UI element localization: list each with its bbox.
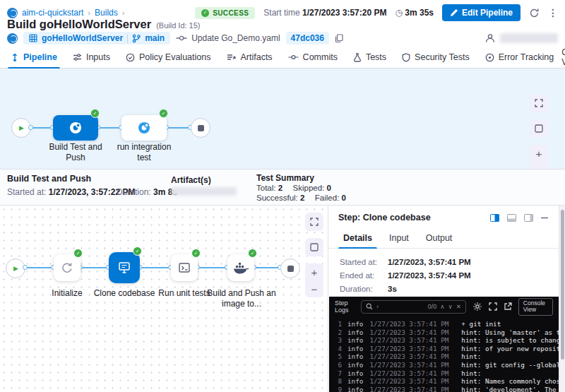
zoom-out-button[interactable]: − [305, 280, 323, 297]
console-view-button[interactable]: Console View [518, 298, 553, 316]
tab-commits[interactable]: Commits [280, 47, 345, 68]
search-prompt: › [376, 303, 379, 310]
repo-branch-pill[interactable]: goHelloWorldServer main [23, 32, 170, 44]
step-label: Initialize [39, 288, 95, 299]
docker-icon [232, 261, 249, 275]
selection-mode-button[interactable] [530, 119, 548, 138]
artifacts-label: Artifact(s) [171, 175, 211, 185]
copy-sha-button[interactable] [335, 34, 343, 43]
step-node-run-unit-tests[interactable] [171, 254, 198, 281]
breadcrumb: aim-ci-quickstart › Builds › [7, 8, 124, 18]
open-in-new-button[interactable] [504, 302, 512, 311]
tab-error-tracking[interactable]: Error Tracking [477, 47, 562, 68]
panel-bottom-icon [507, 214, 516, 222]
clock-icon: ◷ [395, 8, 402, 18]
zoom-in-button[interactable]: + [530, 145, 548, 162]
log-search-input[interactable]: › 0/0 ∧ ∨ ✕ [361, 300, 466, 314]
layout-bottom-button[interactable] [507, 214, 516, 222]
stage-end-node[interactable] [280, 259, 300, 278]
initialize-icon [60, 261, 74, 275]
search-clear-icon[interactable]: ✕ [456, 303, 461, 310]
branch-name[interactable]: main [145, 33, 165, 43]
tab-output[interactable]: Output [418, 228, 460, 248]
minimize-panel-button[interactable] [541, 217, 548, 219]
tab-policy-evaluations[interactable]: Policy Evaluations [118, 47, 218, 68]
gear-icon [472, 302, 482, 311]
split-right-icon [490, 214, 499, 222]
stage-graph-canvas: ▶ ✓ ✓ Build Test and Push run integratio… [0, 69, 565, 169]
status-badge: ✓ SUCCESS [195, 7, 255, 19]
stage-duration: Duration: 3m 8s [117, 187, 177, 197]
log-fullscreen-button[interactable] [489, 302, 497, 311]
stage-node-run-integration-test[interactable] [121, 115, 167, 141]
stop-icon [198, 125, 204, 131]
harness-logo-icon [7, 8, 18, 18]
security-tests-icon [402, 53, 410, 62]
tab-artifacts[interactable]: Artifacts [218, 47, 280, 68]
repo-icon [29, 34, 37, 42]
edge [140, 267, 171, 268]
step-success-icon: ✓ [191, 249, 201, 258]
step-node-initialize[interactable] [54, 254, 81, 281]
user-name-redacted [500, 33, 558, 43]
branch-icon [132, 34, 141, 43]
copy-icon [335, 34, 343, 43]
edge [254, 267, 280, 268]
header: aim-ci-quickstart › Builds › ✓ SUCCESS S… [0, 0, 565, 47]
layout-right-button[interactable] [524, 214, 533, 222]
tab-pipeline[interactable]: Pipeline [3, 47, 65, 68]
edge [198, 267, 227, 268]
build-id: (Build Id: 15) [156, 21, 200, 30]
zoom-in-button[interactable]: + [305, 263, 323, 280]
search-prev-icon[interactable]: ∧ [440, 303, 444, 310]
stage-node-build-test-and-push[interactable] [53, 115, 98, 141]
edge [25, 267, 54, 268]
error-tracking-icon [485, 53, 494, 62]
pipeline-end-node[interactable] [191, 118, 210, 138]
step-node-build-and-push[interactable] [227, 254, 254, 281]
step-node-clone-codebase[interactable] [109, 252, 140, 283]
breadcrumb-project[interactable]: aim-ci-quickstart [22, 8, 83, 18]
log-settings-button[interactable] [472, 302, 482, 311]
build-tabbar: Pipeline Inputs Policy Evaluations Artif… [0, 47, 565, 69]
repo-name[interactable]: goHelloWorldServer [42, 33, 123, 43]
stage-success-icon: ✓ [159, 109, 168, 118]
tab-tests[interactable]: Tests [345, 47, 394, 68]
selection-mode-button[interactable] [305, 238, 323, 256]
log-line: 9info1/27/2023 3:57:41 PMhint: 'developm… [334, 386, 559, 392]
scrollbar-thumb[interactable] [561, 210, 564, 360]
tab-input[interactable]: Input [381, 228, 417, 248]
commit-icon [176, 34, 187, 42]
panel-right-icon [524, 214, 533, 222]
ci-stage-icon [69, 121, 83, 135]
refresh-button[interactable] [529, 8, 540, 18]
log-line: 3info1/27/2023 3:57:41 PMhint: is subjec… [334, 336, 559, 345]
step-success-icon: ✓ [73, 249, 83, 258]
tab-inputs[interactable]: Inputs [65, 47, 118, 68]
log-line: 7info1/27/2023 3:57:41 PMhint: [334, 369, 559, 378]
step-label: Build and Push an image to... [204, 288, 279, 309]
inputs-icon [73, 53, 82, 61]
layout-split-right-button[interactable] [490, 214, 499, 222]
stage-label: run integration test [113, 142, 175, 163]
console-view-label: Console View [561, 47, 565, 67]
commit-sha[interactable]: 47dc036 [286, 32, 329, 44]
fit-to-screen-button[interactable] [305, 213, 323, 231]
breadcrumb-builds[interactable]: Builds [95, 8, 118, 18]
tab-details[interactable]: Details [335, 228, 380, 248]
tests-icon [353, 53, 362, 62]
refresh-icon [529, 8, 540, 18]
elapsed-time: ◷ 3m 35s [395, 8, 434, 18]
fit-to-screen-button[interactable] [530, 94, 548, 112]
tab-security-tests[interactable]: Security Tests [394, 47, 477, 68]
edge [81, 267, 109, 268]
edit-pipeline-button[interactable]: Edit Pipeline [442, 4, 521, 21]
panel-scrollbar[interactable] [559, 206, 565, 392]
expand-icon [535, 99, 543, 107]
log-line: 5info1/27/2023 3:57:41 PMhint: [334, 352, 559, 361]
more-options-button[interactable]: ⋮ [548, 7, 558, 18]
search-next-icon[interactable]: ∨ [448, 303, 452, 310]
breadcrumb-separator: › [122, 8, 125, 17]
log-line: 6info1/27/2023 3:57:41 PMhint: git confi… [334, 361, 559, 369]
commit-message: Update Go_Demo.yaml [176, 33, 280, 43]
